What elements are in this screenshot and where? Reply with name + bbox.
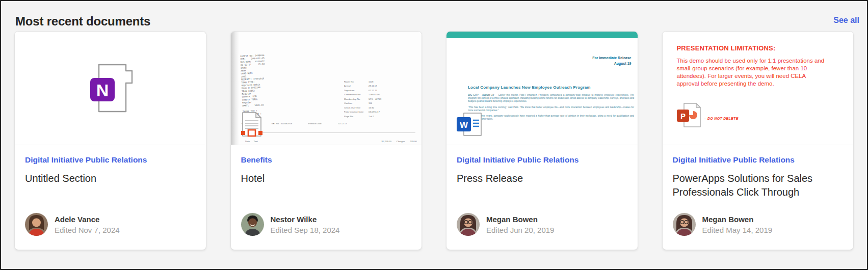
scan-document-icon	[241, 112, 268, 138]
paragraph: “This has been a long time coming,” said…	[468, 106, 634, 112]
table-head-right: $1,209.00 Charges 209.00	[381, 140, 416, 143]
document-location-link[interactable]: Benefits	[241, 155, 272, 165]
document-location-link[interactable]: Digital Initiative Public Relations	[25, 155, 147, 165]
author-name: Adele Vance	[55, 214, 120, 224]
card-text-area: Digital Initiative Public Relations Pres…	[446, 145, 638, 185]
document-location-link[interactable]: Digital Initiative Public Relations	[673, 155, 795, 165]
folio-labels: Room No: Arrival: Departure: Confirmatio…	[344, 79, 364, 119]
slide-body-text: This demo should be used only for 1:1 pr…	[677, 57, 829, 88]
press-release-headline: Local Company Launches New Employee Outr…	[468, 85, 634, 90]
document-title[interactable]: Untitled Section	[25, 172, 196, 185]
release-line: August 19	[592, 61, 631, 67]
document-card-powerapps[interactable]: PRESENTATION LIMITATIONS: This demo shou…	[662, 31, 854, 250]
panel-header: Most recent documents See all	[1, 1, 867, 31]
svg-text:N: N	[96, 80, 109, 100]
folio-values: 1108 28.11.17 02.12.17 128842206 SPG 427…	[368, 79, 388, 119]
document-header-bar	[446, 32, 638, 38]
footer-text: Adele Vance Edited Nov 7, 2024	[55, 214, 120, 235]
card-footer: Megan Bowen Edited Jun 20, 2019	[457, 213, 554, 236]
document-title[interactable]: Hotel	[241, 172, 412, 185]
printout-date-value: 02.12.17	[338, 122, 347, 125]
author-name: Megan Bowen	[486, 214, 554, 224]
card-footer: Megan Bowen Edited May 14, 2019	[673, 213, 773, 236]
document-thumbnail-powerpoint[interactable]: PRESENTATION LIMITATIONS: This demo shou…	[663, 32, 854, 145]
document-title[interactable]: Press Release	[457, 172, 627, 185]
document-card-untitled-section[interactable]: N Digital Initiative Public Relations Un…	[14, 31, 206, 250]
svg-text:P: P	[680, 112, 685, 120]
printout-date-label: Printout Date:	[308, 122, 322, 125]
svg-text:W: W	[460, 120, 468, 130]
avatar	[241, 213, 264, 236]
edited-date: Edited May 14, 2019	[702, 225, 773, 235]
card-text-area: Digital Initiative Public Relations Powe…	[663, 145, 854, 199]
edited-date: Edited Sep 18, 2024	[271, 225, 340, 235]
powerpoint-icon: P	[676, 103, 704, 129]
document-card-press-release[interactable]: For Immediate Release August 19 Local Co…	[446, 31, 638, 250]
document-title[interactable]: PowerApps Solutions for Sales Profession…	[673, 172, 844, 199]
table-head-left: Date Text	[245, 140, 258, 143]
document-thumbnail-word[interactable]: For Immediate Release August 19 Local Co…	[446, 32, 638, 145]
release-line: For Immediate Release	[592, 56, 631, 61]
card-text-area: Digital Initiative Public Relations Unti…	[15, 145, 206, 185]
avatar	[25, 213, 48, 236]
footer-text: Megan Bowen Edited Jun 20, 2019	[486, 214, 554, 235]
card-footer: Adele Vance Edited Nov 7, 2024	[25, 213, 120, 236]
receipt-text: CASPIT NO: 3458636 VER: 200-012-65 BUS N…	[240, 54, 267, 116]
document-cards-row: N Digital Initiative Public Relations Un…	[1, 31, 867, 250]
edited-date: Edited Jun 20, 2019	[486, 225, 554, 235]
paragraph-lead: BIG CITY— August 19 —	[468, 94, 497, 96]
slide-heading: PRESENTATION LIMITATIONS:	[677, 44, 776, 52]
avatar	[457, 213, 480, 236]
document-card-hotel[interactable]: CASPIT NO: 3458636 VER: 200-012-65 BUS N…	[230, 31, 423, 250]
author-name: Megan Bowen	[702, 214, 773, 224]
press-release-body: BIG CITY— August 19 — Earlier this month…	[468, 94, 634, 123]
author-name: Nestor Wilke	[271, 214, 340, 224]
card-footer: Nestor Wilke Edited Sep 18, 2024	[241, 213, 340, 236]
receipt-folio-table: Room No: Arrival: Departure: Confirmatio…	[344, 79, 388, 119]
edited-date: Edited Nov 7, 2024	[55, 225, 120, 235]
see-all-link[interactable]: See all	[833, 14, 859, 26]
page-title: Most recent documents	[15, 13, 150, 30]
footer-text: Nestor Wilke Edited Sep 18, 2024	[271, 214, 340, 235]
avatar	[673, 213, 696, 236]
document-thumbnail-onenote[interactable]: N	[15, 32, 206, 145]
release-lines: For Immediate Release August 19	[592, 56, 631, 66]
vat-number: VAT No. 510582919	[271, 122, 292, 125]
paragraph: In the last three years, company spokesp…	[468, 115, 634, 121]
recent-documents-panel: Most recent documents See all N Digital …	[0, 0, 868, 270]
document-location-link[interactable]: Digital Initiative Public Relations	[457, 155, 578, 165]
word-icon: W	[456, 112, 484, 138]
card-text-area: Benefits Hotel	[231, 145, 422, 185]
do-not-delete-note: – DO NOT DELETE	[704, 117, 739, 120]
footer-text: Megan Bowen Edited May 14, 2019	[702, 214, 773, 235]
document-thumbnail-receipt-scan[interactable]: CASPIT NO: 3458636 VER: 200-012-65 BUS N…	[231, 32, 422, 145]
receipt-charges-table: Date Text $1,209.00 Charges 209.00 USD U…	[245, 135, 417, 145]
onenote-icon: N	[86, 63, 134, 114]
